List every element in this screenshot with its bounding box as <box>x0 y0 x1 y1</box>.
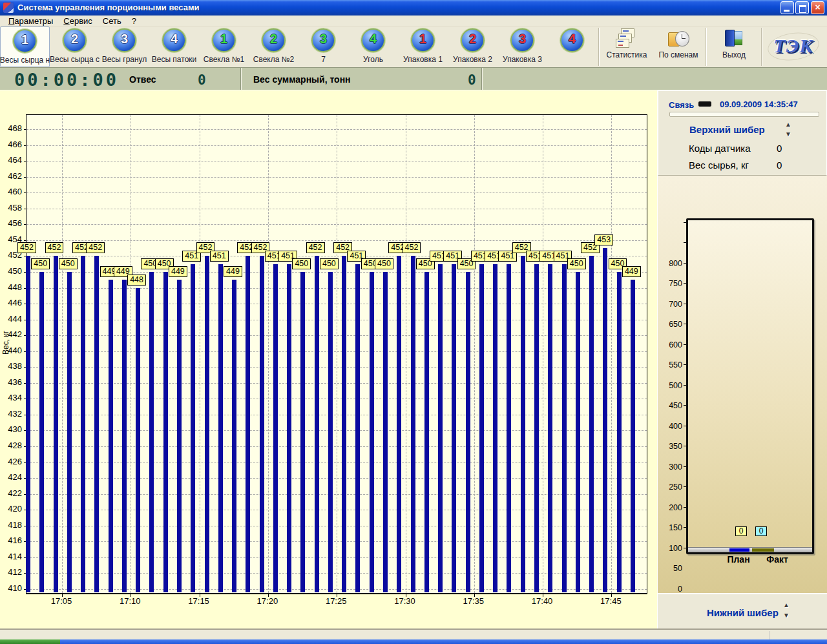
ytick-420: 420 <box>0 504 22 514</box>
weight-bar <box>232 280 236 592</box>
weight-bar-label: 450 <box>375 258 393 269</box>
plan-fact-base <box>688 547 812 552</box>
shifts-button[interactable]: По сменам <box>653 26 704 67</box>
ytick-462: 462 <box>0 171 22 181</box>
toolbar-button-Уголь[interactable]: 4Уголь <box>348 26 398 67</box>
ytick-410: 410 <box>0 583 22 593</box>
weight-bar <box>260 256 264 592</box>
upper-gate-down-arrow[interactable]: ▼ <box>784 131 793 138</box>
toolbar-button-Весы гранул[interactable]: 3Весы гранул <box>99 26 149 67</box>
pf-ytick-500: 500 <box>658 381 682 390</box>
weight-bar <box>548 264 552 592</box>
pf-ytick-450: 450 <box>658 401 682 410</box>
toolbar-button-Весы патоки[interactable]: 4Весы патоки <box>149 26 199 67</box>
datetime-label: 09.09.2009 14:35:47 <box>720 99 798 109</box>
right-panel: Связь 09.09.2009 14:35:47 Верхний шибер … <box>657 90 827 628</box>
menu-item-2[interactable]: Сеть <box>98 16 127 26</box>
pf-ytick-350: 350 <box>658 442 682 451</box>
status-bar-separator <box>769 631 770 639</box>
minimize-button[interactable] <box>780 1 794 14</box>
weight-bar-label: 450 <box>567 258 586 269</box>
toolbar-button-label: Свекла №1 <box>204 55 245 64</box>
statistics-icon <box>616 28 638 48</box>
status-bar <box>0 628 827 639</box>
close-button[interactable]: × <box>811 1 824 14</box>
pf-ytick-650: 650 <box>658 320 682 329</box>
exit-label: Выход <box>722 50 746 59</box>
toolbar: 1Весы сырца н2Весы сырца с3Весы гранул4В… <box>0 26 827 68</box>
weight-bar <box>342 256 346 592</box>
statistics-label: Статистика <box>606 50 647 59</box>
restore-button[interactable] <box>795 1 809 14</box>
pf-ytick-0: 0 <box>658 585 682 594</box>
toolbar-button-Свекла №1[interactable]: 1Свекла №1 <box>199 26 249 67</box>
ytick-434: 434 <box>0 393 22 402</box>
weight-bar-label: 452 <box>45 242 64 253</box>
toolbar-button-num4-11[interactable]: 4 <box>547 26 597 67</box>
otves-value: 0 <box>198 72 206 88</box>
toolbar-button-Упаковка 2[interactable]: 2Упаковка 2 <box>448 26 497 67</box>
plan-fact-yticks: 0501001502002503003504004505005506006507… <box>658 218 684 550</box>
ytick-448: 448 <box>0 282 22 292</box>
toolbar-button-label: Весы гранул <box>102 55 147 64</box>
weight-history-chart: Вес, кг 41041241441641842042242442642843… <box>0 90 656 628</box>
sensor-codes-value: 0 <box>777 143 782 154</box>
main-chart-yticks: 4104124144164184204224244264284304324344… <box>0 114 23 593</box>
weight-bar-label: 450 <box>320 258 339 269</box>
xtick-17:40: 17:40 <box>526 596 558 606</box>
weight-bar <box>54 256 58 592</box>
raw-weight-label: Вес сырья, кг <box>689 160 749 171</box>
xtick-17:20: 17:20 <box>251 596 284 606</box>
ytick-464: 464 <box>0 155 22 165</box>
exit-door-icon <box>723 28 745 48</box>
exit-button[interactable]: Выход <box>708 26 760 67</box>
menu-item-3[interactable]: ? <box>127 16 141 26</box>
toolbar-button-Упаковка 1[interactable]: 1Упаковка 1 <box>398 26 448 67</box>
pf-bar-План <box>729 548 749 552</box>
plan-fact-plot <box>686 218 814 554</box>
lower-gate-down-arrow[interactable]: ▼ <box>782 612 791 619</box>
number-2-white-icon: 2 <box>63 28 87 52</box>
statistics-button[interactable]: Статистика <box>601 26 653 67</box>
ytick-418: 418 <box>0 520 22 530</box>
weight-bar <box>26 256 30 592</box>
toolbar-button-7[interactable]: 37 <box>298 26 348 67</box>
menu-item-0[interactable]: Параметры <box>3 16 58 26</box>
weight-bar <box>149 272 154 592</box>
start-button-stub[interactable] <box>0 639 60 644</box>
pf-ytick-550: 550 <box>658 360 682 369</box>
weight-bar <box>438 264 443 592</box>
pf-ytick-600: 600 <box>658 340 682 349</box>
toolbar-button-Весы сырца с[interactable]: 2Весы сырца с <box>50 26 99 67</box>
link-label: Связь <box>669 100 694 110</box>
pf-category-План: План <box>719 554 758 565</box>
weight-bar <box>136 288 140 592</box>
number-1-white-icon: 1 <box>13 29 37 53</box>
weight-bar <box>631 280 635 592</box>
pf-bar-Факт <box>752 548 774 552</box>
menu-item-1[interactable]: Сервис <box>58 16 98 26</box>
weight-bar <box>287 264 291 592</box>
ytick-450: 450 <box>0 266 22 276</box>
lower-gate-up-arrow[interactable]: ▲ <box>782 602 791 608</box>
toolbar-button-Свекла №2[interactable]: 2Свекла №2 <box>249 26 298 67</box>
toolbar-button-label: Весы сырца с <box>50 55 99 64</box>
toolbar-button-Упаковка 3[interactable]: 3Упаковка 3 <box>497 26 547 67</box>
weight-bar <box>273 264 278 592</box>
strip-separator <box>240 68 242 90</box>
pf-ytick-250: 250 <box>658 483 682 492</box>
number-3-red-icon: 3 <box>510 28 534 52</box>
weight-bar-label: 451 <box>210 251 229 262</box>
ytick-424: 424 <box>0 472 22 482</box>
weight-bar <box>576 272 580 592</box>
ytick-444: 444 <box>0 314 22 324</box>
xtick-17:30: 17:30 <box>389 596 421 606</box>
toolbar-button-Весы сырца н[interactable]: 1Весы сырца н <box>0 26 50 67</box>
xtick-17:45: 17:45 <box>594 596 627 606</box>
toolbar-separator <box>598 28 600 66</box>
title-bar: Система управления порционными весами × <box>0 0 827 16</box>
xtick-17:05: 17:05 <box>45 596 78 606</box>
number-2-green-icon: 2 <box>262 28 286 52</box>
weight-bar <box>397 256 401 592</box>
upper-gate-up-arrow[interactable]: ▲ <box>784 121 793 128</box>
